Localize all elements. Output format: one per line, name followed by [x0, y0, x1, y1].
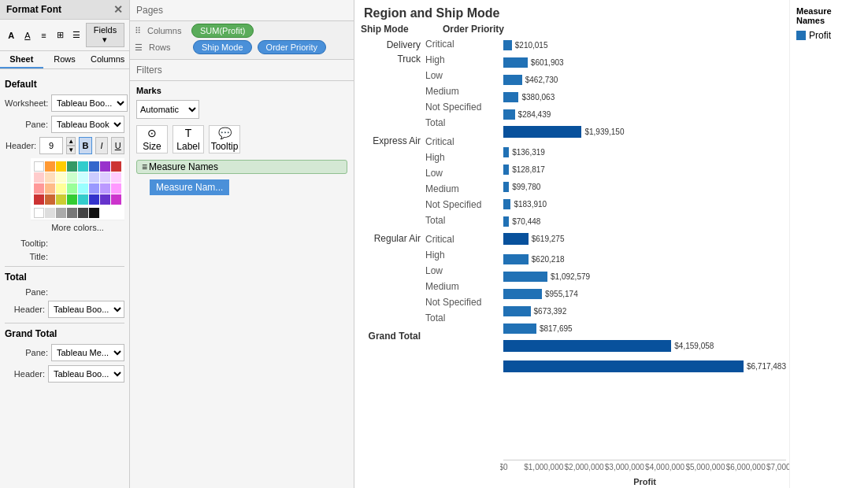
- gray-darker[interactable]: [78, 208, 88, 218]
- menu-icon[interactable]: ☰: [69, 28, 83, 43]
- right-legend: Measure Names Profit: [789, 0, 868, 488]
- bold-button[interactable]: B: [79, 137, 92, 154]
- color-teal-bright[interactable]: [78, 194, 88, 205]
- color-teal-light[interactable]: [78, 172, 88, 183]
- regular-air-subrows: Critical High Low Medium Not Specified T…: [425, 231, 481, 326]
- font-size-input[interactable]: [39, 137, 63, 154]
- underline-button[interactable]: U: [111, 137, 124, 154]
- color-white[interactable]: [34, 161, 44, 172]
- total-header-select[interactable]: Tableau Boo...: [48, 301, 124, 318]
- marks-type-select[interactable]: Automatic: [136, 100, 199, 119]
- color-teal[interactable]: [78, 161, 88, 172]
- label-mark-button[interactable]: T Label: [172, 125, 204, 153]
- color-yellow-mid[interactable]: [56, 183, 66, 194]
- pane-select[interactable]: Tableau Book: [51, 116, 124, 133]
- color-magenta-dark[interactable]: [111, 194, 121, 205]
- color-blue-mid[interactable]: [89, 183, 99, 194]
- bar-1-5: [503, 233, 529, 245]
- color-pink[interactable]: [34, 183, 44, 194]
- font-size-down-button[interactable]: ▼: [66, 146, 76, 154]
- color-yellow-light[interactable]: [56, 172, 66, 183]
- color-green-light[interactable]: [67, 172, 77, 183]
- marks-section: Marks Automatic ⊙ Size T Label 💬 Tooltip…: [130, 81, 354, 488]
- measure-names-popup[interactable]: Measure Nam...: [150, 179, 229, 195]
- color-yellow[interactable]: [56, 161, 66, 172]
- delivery-truck-group-label: DeliveryTruck Critical High Low Medium N…: [354, 36, 500, 131]
- table-icon[interactable]: ⊞: [54, 28, 67, 43]
- tab-columns[interactable]: Columns: [86, 51, 129, 68]
- columns-shelf-row: ⠿ Columns SUM(Profit): [135, 24, 349, 38]
- bar-2-5: [503, 340, 671, 352]
- gray-black[interactable]: [89, 208, 99, 218]
- color-purple-mid[interactable]: [100, 183, 110, 194]
- measure-names-pill-icon: ≡: [142, 161, 147, 172]
- bar-row-1-2: $99,780: [503, 179, 786, 194]
- bar-0-1: [503, 57, 528, 68]
- align-icon[interactable]: ≡: [37, 28, 50, 43]
- font-size-up-button[interactable]: ▲: [66, 137, 76, 146]
- gray-row: [31, 208, 124, 220]
- gray-light[interactable]: [45, 208, 55, 218]
- color-olive[interactable]: [56, 194, 66, 205]
- fields-button[interactable]: Fields ▾: [86, 23, 124, 47]
- worksheet-select[interactable]: Tableau Boo...: [51, 94, 128, 112]
- color-peach[interactable]: [45, 172, 55, 183]
- text-icon[interactable]: A: [5, 28, 18, 43]
- more-colors-button[interactable]: More colors...: [31, 220, 124, 235]
- rows-shelf-row: ☰ Rows Ship Mode Order Priority: [135, 40, 349, 54]
- color-pink-lavender[interactable]: [111, 172, 121, 183]
- label-icon: T: [185, 127, 192, 139]
- bar-row-0-2: $462,730: [503, 72, 786, 87]
- grand-total-pane-select[interactable]: Tableau Me...: [51, 344, 124, 361]
- color-pink-light[interactable]: [34, 172, 44, 183]
- rows-order-priority-pill[interactable]: Order Priority: [258, 40, 326, 54]
- color-purple-dark[interactable]: [100, 194, 110, 205]
- gray-mid[interactable]: [56, 208, 66, 218]
- bar-row-2-3: $673,392: [503, 303, 786, 319]
- ea-medium-label: Medium: [425, 181, 481, 197]
- gray-dark[interactable]: [67, 208, 77, 218]
- color-orange-mid[interactable]: [45, 161, 55, 172]
- color-red[interactable]: [111, 161, 121, 172]
- color-blue[interactable]: [89, 161, 99, 172]
- tab-sheet[interactable]: Sheet: [0, 51, 43, 68]
- critical-row-label: Critical: [425, 36, 481, 52]
- color-green-teal[interactable]: [67, 161, 77, 172]
- measure-names-popup-label: Measure Nam...: [156, 182, 223, 193]
- gray-white[interactable]: [34, 208, 44, 218]
- ea-not-specified-label: Not Specified: [425, 197, 481, 213]
- tab-rows[interactable]: Rows: [43, 51, 87, 68]
- tooltip-mark-button[interactable]: 💬 Tooltip: [209, 125, 240, 153]
- color-blue-dark[interactable]: [89, 194, 99, 205]
- color-lavender[interactable]: [89, 172, 99, 183]
- bar-value-label-0-5: $1,939,150: [584, 128, 624, 136]
- color-brown[interactable]: [45, 194, 55, 205]
- bar-row-2-2: $955,174: [503, 286, 786, 301]
- color-green-bright[interactable]: [67, 194, 77, 205]
- columns-sum-profit-pill[interactable]: SUM(Profit): [191, 24, 254, 38]
- color-magenta-mid[interactable]: [111, 183, 121, 194]
- measure-names-pill[interactable]: ≡ Measure Names: [136, 160, 347, 174]
- rows-ship-mode-pill[interactable]: Ship Mode: [193, 40, 252, 54]
- bar-value-label-1-4: $70,448: [512, 217, 540, 226]
- size-mark-button[interactable]: ⊙ Size: [136, 125, 168, 153]
- bar-row-0-1: $601,903: [503, 54, 786, 70]
- bar-value-label-0-2: $462,730: [525, 76, 558, 84]
- filters-label: Filters: [136, 65, 162, 76]
- color-purple[interactable]: [100, 161, 110, 172]
- grand-total-pane-row: Pane: Tableau Me...: [5, 344, 124, 361]
- italic-button[interactable]: I: [95, 137, 109, 154]
- ra-critical-label: Critical: [425, 231, 481, 247]
- color-peach-mid[interactable]: [45, 183, 55, 194]
- close-icon[interactable]: ✕: [113, 3, 123, 16]
- color-green-mid[interactable]: [67, 183, 77, 194]
- color-violet-light[interactable]: [100, 172, 110, 183]
- underline-text-icon[interactable]: A: [21, 28, 35, 43]
- format-font-header: Format Font ✕: [0, 0, 129, 20]
- color-red-dark[interactable]: [34, 194, 44, 205]
- ra-total-label: Total: [425, 310, 481, 326]
- color-teal-mid[interactable]: [78, 183, 88, 194]
- bar-group-divider-0: [503, 140, 786, 143]
- color-picker-popup: More colors...: [31, 158, 124, 235]
- grand-total-header-select[interactable]: Tableau Boo...: [48, 365, 124, 383]
